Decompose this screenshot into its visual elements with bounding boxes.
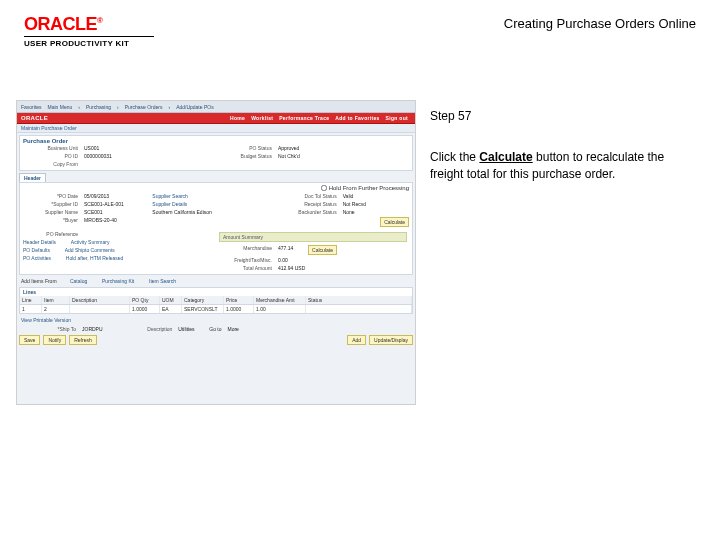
copy-from-label: Copy From [23,161,78,167]
goto-more[interactable]: More [227,326,238,332]
shipto-comments-link[interactable]: Add Shipto Comments [65,247,115,253]
shipto-field[interactable]: JORDPU [82,326,103,332]
tab-header[interactable]: Header [19,173,46,182]
catalog-link[interactable]: Catalog [70,278,87,284]
refresh-button[interactable]: Refresh [69,335,97,345]
notify-button[interactable]: Notify [43,335,66,345]
add-items-label: Add Items From [21,278,57,284]
supplier-id-field[interactable]: SCE001-ALE-001 [84,201,124,207]
doc-title: Creating Purchase Orders Online [504,14,696,31]
amount-summary-header: Amount Summary [219,232,407,242]
tab-home[interactable]: Home [230,115,245,121]
tab-worklist[interactable]: Worklist [251,115,273,121]
view-printable-link[interactable]: View Printable Version [21,317,71,323]
calculate-keyword: Calculate [479,150,532,164]
oracle-logo: ORACLE® [24,14,154,35]
update-button[interactable]: Update/Display [369,335,413,345]
nav-addupdate[interactable]: Add/Update POs [176,104,214,110]
supplier-name: Southern California Edison [152,209,211,215]
po-header-region: Purchase Order Business UnitUS001 PO ID0… [19,135,413,171]
embedded-screenshot: Favorites Main Menu › Purchasing › Purch… [16,100,416,405]
supplier-search-link[interactable]: Supplier Search [152,193,188,199]
calculate-button[interactable]: Calculate [308,245,337,255]
page-crumb: Maintain Purchase Order [17,124,415,133]
breadcrumb-nav: Favorites Main Menu › Purchasing › Purch… [17,101,415,113]
nav-po[interactable]: Purchase Orders [125,104,163,110]
nav-favorites[interactable]: Favorites [21,104,42,110]
hold-label: Hold From Further Processing [329,185,409,191]
header-tabset: Header [19,173,413,182]
header-details-region: Hold From Further Processing *PO Date05/… [19,182,413,275]
po-defaults-link[interactable]: PO Defaults [23,247,50,253]
lines-title: Lines [20,288,412,296]
footer-buttons: Save Notify Refresh Add Update/Display [19,335,413,345]
buyer-field[interactable]: MROBS-20-40 [84,217,117,223]
tab-favorites[interactable]: Add to Favorites [335,115,379,121]
save-button[interactable]: Save [19,335,40,345]
tab-perftrace[interactable]: Performance Trace [279,115,329,121]
hold-checkbox[interactable] [321,185,327,191]
supplier-details-link[interactable]: Supplier Details [152,201,187,207]
purchasing-kit-link[interactable]: Purchasing Kit [102,278,134,284]
logo-divider [24,36,154,37]
header-details-link[interactable]: Header Details [23,239,56,245]
step-label: Step 57 [430,108,680,125]
item-search-link[interactable]: Item Search [149,278,176,284]
brand-bar: ORACLE Home Worklist Performance Trace A… [17,113,415,124]
po-activities-link[interactable]: PO Activities [23,255,51,261]
instruction-pane: Step 57 Click the Calculate button to re… [430,108,680,182]
description-field[interactable]: Utilities [178,326,194,332]
nav-main[interactable]: Main Menu [48,104,73,110]
grid-header: Line Item Description PO Qty UOM Categor… [20,296,412,305]
oracle-logo-block: ORACLE® USER PRODUCTIVITY KIT [24,14,154,48]
add-button[interactable]: Add [347,335,366,345]
tab-signout[interactable]: Sign out [386,115,408,121]
brand-logo: ORACLE [21,115,48,121]
upk-label: USER PRODUCTIVITY KIT [24,39,154,48]
calculate-button-top[interactable]: Calculate [380,217,409,227]
table-row[interactable]: 1 2 1.0000 EA SERVCONSLT 1.0000 1.00 [20,305,412,313]
nav-purchasing[interactable]: Purchasing [86,104,111,110]
activity-summary-link[interactable]: Activity Summary [71,239,110,245]
instruction-text: Click the Calculate button to recalculat… [430,149,680,183]
lines-grid: Lines Line Item Description PO Qty UOM C… [19,287,413,314]
